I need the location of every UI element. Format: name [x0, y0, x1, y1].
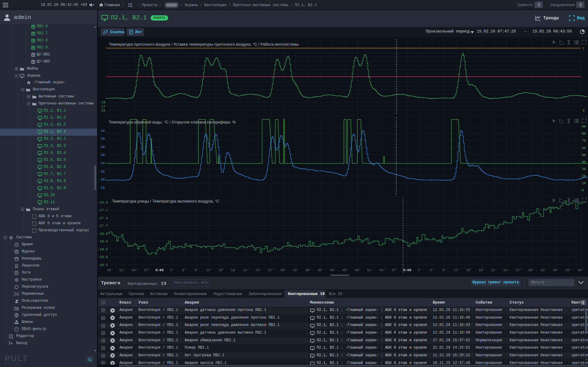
svg-text:18': 18'	[479, 268, 485, 272]
svg-text:38: 38	[101, 145, 105, 149]
svg-text:27': 27'	[268, 268, 274, 272]
svg-text:32: 32	[101, 170, 105, 173]
svg-text:20: 20	[582, 174, 586, 178]
svg-text:36': 36'	[553, 268, 559, 272]
svg-text:0: 0	[582, 188, 584, 192]
svg-text:34: 34	[101, 161, 105, 165]
svg-text:16: 16	[101, 109, 105, 112]
svg-text:-18.9: -18.9	[98, 255, 108, 259]
svg-text:30: 30	[582, 167, 586, 171]
svg-text:18': 18'	[231, 268, 237, 272]
svg-text:30': 30'	[280, 268, 286, 272]
svg-text:6': 6'	[430, 268, 434, 272]
svg-text:9': 9'	[195, 268, 199, 272]
svg-text:40: 40	[582, 160, 586, 164]
svg-text:90: 90	[582, 125, 586, 128]
svg-text:33': 33'	[293, 268, 299, 272]
svg-text:39': 39'	[318, 268, 324, 272]
svg-text:0: 0	[582, 109, 585, 112]
svg-text:24': 24'	[255, 268, 262, 272]
svg-text:57': 57'	[144, 268, 150, 272]
svg-text:8:00: 8:00	[156, 268, 164, 272]
svg-text:-18.0: -18.0	[98, 232, 108, 236]
svg-text:3': 3'	[418, 268, 422, 272]
svg-text:-17.4: -17.4	[98, 216, 108, 220]
svg-text:-17.7: -17.7	[98, 224, 108, 228]
svg-text:48': 48'	[107, 268, 113, 272]
svg-text:21': 21'	[243, 268, 249, 272]
svg-text:-18.6: -18.6	[98, 248, 108, 251]
svg-text:-19.2: -19.2	[98, 263, 108, 267]
svg-text:42': 42'	[578, 268, 584, 272]
svg-text:15': 15'	[466, 268, 472, 272]
svg-text:48': 48'	[355, 268, 361, 272]
svg-text:1: 1	[582, 47, 585, 50]
svg-text:54': 54'	[379, 268, 386, 272]
svg-text:80: 80	[582, 132, 586, 135]
svg-text:42': 42'	[330, 268, 336, 272]
svg-text:36: 36	[101, 153, 105, 157]
svg-text:-18.3: -18.3	[98, 240, 108, 243]
svg-text:9:00: 9:00	[403, 268, 411, 272]
svg-text:51': 51'	[367, 268, 373, 272]
svg-text:57': 57'	[392, 268, 398, 272]
svg-text:36': 36'	[305, 268, 311, 272]
svg-text:39': 39'	[565, 268, 571, 272]
svg-text:15': 15'	[218, 268, 224, 272]
svg-text:40: 40	[101, 137, 105, 141]
svg-text:45': 45'	[342, 268, 349, 272]
svg-text:33': 33'	[541, 268, 547, 272]
svg-text:21': 21'	[491, 268, 497, 272]
svg-text:54': 54'	[132, 268, 138, 272]
svg-text:17: 17	[101, 105, 105, 108]
svg-text:70: 70	[582, 139, 586, 142]
svg-text:10: 10	[582, 181, 586, 185]
svg-text:18: 18	[101, 100, 105, 104]
svg-text:30: 30	[101, 178, 105, 181]
svg-text:60: 60	[582, 146, 586, 150]
svg-text:-17.1: -17.1	[98, 208, 108, 212]
svg-text:-16.8: -16.8	[98, 201, 108, 204]
svg-text:28: 28	[101, 186, 105, 190]
svg-text:9': 9'	[443, 268, 447, 272]
svg-text:3': 3'	[170, 268, 174, 272]
svg-text:12': 12'	[454, 268, 460, 272]
svg-text:24': 24'	[503, 268, 509, 272]
svg-text:6': 6'	[182, 268, 186, 272]
svg-text:Температура улицы / Температур: Температура улицы / Температура вытяжног…	[112, 199, 219, 203]
svg-text:51': 51'	[119, 268, 126, 272]
svg-text:12': 12'	[206, 268, 212, 272]
svg-text:27': 27'	[516, 268, 522, 272]
svg-text:Температура приточного воздуха: Температура приточного воздуха / Уставка…	[109, 42, 299, 47]
svg-text:30': 30'	[528, 268, 534, 272]
svg-text:42: 42	[101, 129, 105, 133]
svg-text:Температура обратной воды, °C: Температура обратной воды, °C / Открытие…	[109, 120, 236, 124]
svg-text:50: 50	[582, 153, 586, 157]
